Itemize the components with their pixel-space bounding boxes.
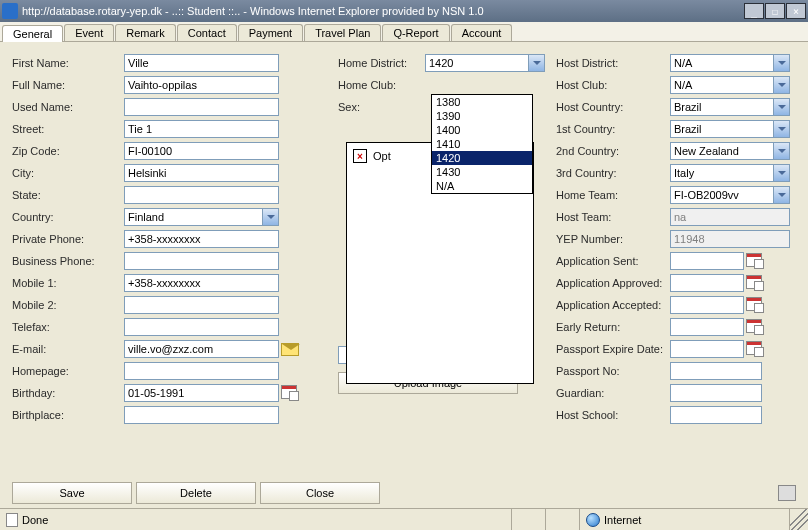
app-sent-input[interactable] <box>670 252 744 270</box>
tab-remark[interactable]: Remark <box>115 24 176 41</box>
close-window-button[interactable]: × <box>786 3 806 19</box>
tab-event[interactable]: Event <box>64 24 114 41</box>
status-zone: Internet <box>580 509 790 530</box>
passport-expire-input[interactable] <box>670 340 744 358</box>
home-team-value: FI-OB2009vv <box>674 189 739 201</box>
mail-icon[interactable] <box>281 343 299 356</box>
telefax-input[interactable] <box>124 318 279 336</box>
home-district-dropdown[interactable]: 1380 1390 1400 1410 1420 1430 N/A <box>431 94 533 194</box>
label-state: State: <box>12 189 122 201</box>
optional-label: Opt <box>373 150 391 162</box>
business-phone-input[interactable] <box>124 252 279 270</box>
calendar-icon[interactable] <box>746 275 764 291</box>
close-button[interactable]: Close <box>260 482 380 504</box>
label-birthday: Birthday: <box>12 387 122 399</box>
label-mobile2: Mobile 2: <box>12 299 122 311</box>
maximize-button[interactable]: ☐ <box>765 3 785 19</box>
status-bar: Done Internet <box>0 508 808 530</box>
label-1st-country: 1st Country: <box>556 123 668 135</box>
host-club-select[interactable]: N/A <box>670 76 790 94</box>
birthday-input[interactable] <box>124 384 279 402</box>
tab-q-report[interactable]: Q-Report <box>382 24 449 41</box>
country-select-value: Finland <box>128 211 164 223</box>
calendar-icon[interactable] <box>746 341 764 357</box>
label-country: Country: <box>12 211 122 223</box>
first-name-input[interactable] <box>124 54 279 72</box>
print-icon[interactable] <box>778 485 796 501</box>
label-telefax: Telefax: <box>12 321 122 333</box>
third-country-value: Italy <box>674 167 694 179</box>
label-first-name: First Name: <box>12 57 122 69</box>
passport-no-input[interactable] <box>670 362 762 380</box>
full-name-input[interactable] <box>124 76 279 94</box>
label-host-club: Host Club: <box>556 79 668 91</box>
host-district-select[interactable]: N/A <box>670 54 790 72</box>
label-host-team: Host Team: <box>556 211 668 223</box>
label-app-approved: Application Approved: <box>556 277 668 289</box>
tab-contact[interactable]: Contact <box>177 24 237 41</box>
calendar-icon[interactable] <box>746 253 764 269</box>
dropdown-option[interactable]: 1430 <box>432 165 532 179</box>
second-country-select[interactable]: New Zealand <box>670 142 790 160</box>
street-input[interactable] <box>124 120 279 138</box>
host-team-readonly: na <box>670 208 790 226</box>
used-name-input[interactable] <box>124 98 279 116</box>
label-host-district: Host District: <box>556 57 668 69</box>
tab-general[interactable]: General <box>2 25 63 42</box>
dropdown-option-selected[interactable]: 1420 <box>432 151 532 165</box>
first-country-select[interactable]: Brazil <box>670 120 790 138</box>
private-phone-input[interactable] <box>124 230 279 248</box>
right-column: Host District:N/A Host Club:N/A Host Cou… <box>556 52 796 426</box>
app-approved-input[interactable] <box>670 274 744 292</box>
label-passport-expire: Passport Expire Date: <box>556 343 668 355</box>
label-home-district: Home District: <box>338 57 423 69</box>
city-input[interactable] <box>124 164 279 182</box>
label-home-team: Home Team: <box>556 189 668 201</box>
early-return-input[interactable] <box>670 318 744 336</box>
calendar-icon[interactable] <box>281 385 299 401</box>
tab-payment[interactable]: Payment <box>238 24 303 41</box>
homepage-input[interactable] <box>124 362 279 380</box>
dropdown-option[interactable]: N/A <box>432 179 532 193</box>
calendar-icon[interactable] <box>746 319 764 335</box>
third-country-select[interactable]: Italy <box>670 164 790 182</box>
label-sex: Sex: <box>338 101 423 113</box>
globe-icon <box>586 513 600 527</box>
host-country-value: Brazil <box>674 101 702 113</box>
guardian-input[interactable] <box>670 384 762 402</box>
host-school-input[interactable] <box>670 406 762 424</box>
mobile1-input[interactable] <box>124 274 279 292</box>
label-home-club: Home Club: <box>338 79 423 91</box>
host-country-select[interactable]: Brazil <box>670 98 790 116</box>
app-accepted-input[interactable] <box>670 296 744 314</box>
calendar-icon[interactable] <box>746 297 764 313</box>
dropdown-option[interactable]: 1380 <box>432 95 532 109</box>
resize-grip[interactable] <box>790 509 808 530</box>
home-district-select[interactable]: 1420 <box>425 54 545 72</box>
tab-travel-plan[interactable]: Travel Plan <box>304 24 381 41</box>
chevron-down-icon <box>528 55 544 71</box>
mobile2-input[interactable] <box>124 296 279 314</box>
status-zone-text: Internet <box>604 514 641 526</box>
save-button[interactable]: Save <box>12 482 132 504</box>
delete-button[interactable]: Delete <box>136 482 256 504</box>
label-private-phone: Private Phone: <box>12 233 122 245</box>
label-passport-no: Passport No: <box>556 365 668 377</box>
chevron-down-icon <box>773 55 789 71</box>
country-select[interactable]: Finland <box>124 208 279 226</box>
label-early-return: Early Return: <box>556 321 668 333</box>
dropdown-option[interactable]: 1390 <box>432 109 532 123</box>
state-input[interactable] <box>124 186 279 204</box>
zip-input[interactable] <box>124 142 279 160</box>
email-input[interactable] <box>124 340 279 358</box>
dropdown-option[interactable]: 1410 <box>432 137 532 151</box>
label-yep-number: YEP Number: <box>556 233 668 245</box>
minimize-button[interactable]: _ <box>744 3 764 19</box>
status-empty2 <box>546 509 580 530</box>
home-team-select[interactable]: FI-OB2009vv <box>670 186 790 204</box>
label-host-country: Host Country: <box>556 101 668 113</box>
dropdown-option[interactable]: 1400 <box>432 123 532 137</box>
tab-account[interactable]: Account <box>451 24 513 41</box>
birthplace-input[interactable] <box>124 406 279 424</box>
chevron-down-icon <box>773 165 789 181</box>
